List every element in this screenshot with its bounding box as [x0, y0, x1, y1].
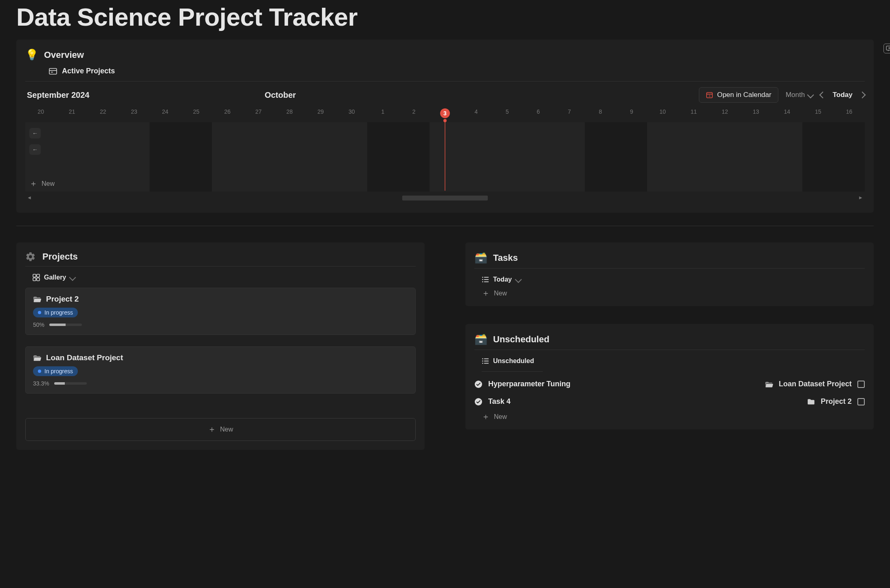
- project-name: Loan Dataset Project: [46, 353, 123, 362]
- month-right-label: October: [264, 90, 296, 100]
- projects-section: Projects Gallery Project 2In progress50%…: [16, 242, 425, 450]
- status-dot-icon: [38, 311, 41, 314]
- svg-text:3: 3: [708, 94, 710, 98]
- tasks-new-button[interactable]: ＋ New: [482, 290, 865, 297]
- svg-point-13: [482, 279, 483, 280]
- timeline-column: [399, 122, 430, 192]
- task-project: Project 2: [821, 397, 852, 406]
- projects-view-label: Gallery: [44, 274, 66, 281]
- overview-panel: 💡 Overview Active Projects September 202…: [16, 40, 874, 213]
- tasks-new-label: New: [494, 290, 507, 297]
- scroll-left-icon[interactable]: ◄: [27, 195, 32, 200]
- timeline-new-button[interactable]: ＋ New: [29, 180, 55, 187]
- day-header-cell: 5: [491, 107, 522, 120]
- timeline-item-offscreen-1[interactable]: ←: [29, 128, 41, 139]
- day-header-cell: 6: [523, 107, 554, 120]
- timeline-item-offscreen-2[interactable]: ←: [29, 144, 41, 155]
- next-button[interactable]: [860, 92, 865, 97]
- timeline-column: [119, 122, 150, 192]
- svg-rect-8: [37, 274, 40, 277]
- task-name: Task 4: [488, 397, 511, 406]
- day-header-cell: 24: [150, 107, 181, 120]
- day-header-cell: 4: [460, 107, 491, 120]
- checkbox[interactable]: [857, 381, 865, 388]
- timeline-column: [647, 122, 678, 192]
- timeline-column: [336, 122, 367, 192]
- active-projects-tab[interactable]: Active Projects: [49, 67, 865, 75]
- timeline-column: [709, 122, 740, 192]
- list-icon: [482, 358, 489, 364]
- day-header-cell: 23: [119, 107, 150, 120]
- timeline-column: [491, 122, 522, 192]
- timeline-column: [243, 122, 274, 192]
- unscheduled-row[interactable]: Task 4Project 2: [474, 395, 865, 408]
- add-comment-button[interactable]: [883, 44, 890, 53]
- chevron-down-icon: [807, 92, 814, 99]
- unscheduled-new-button[interactable]: ＋ New: [482, 413, 865, 421]
- tasks-view-select[interactable]: Today: [482, 276, 865, 283]
- range-select[interactable]: Month: [786, 91, 813, 99]
- scroll-thumb[interactable]: [402, 196, 488, 200]
- unscheduled-view-select[interactable]: Unscheduled: [482, 357, 865, 365]
- day-header-cell: 15: [802, 107, 833, 120]
- folder-open-icon: [765, 381, 773, 388]
- day-header-cell: 27: [243, 107, 274, 120]
- svg-rect-1: [49, 68, 57, 74]
- active-projects-label: Active Projects: [62, 67, 115, 75]
- projects-new-label: New: [220, 426, 233, 433]
- status-dot-icon: [38, 370, 41, 373]
- today-marker: 3: [440, 108, 450, 118]
- unscheduled-view-label: Unscheduled: [493, 357, 534, 365]
- tasks-view-label: Today: [493, 276, 512, 283]
- card-box-icon: 🗃️: [474, 333, 487, 346]
- today-button[interactable]: Today: [833, 91, 853, 99]
- timeline-column: [274, 122, 305, 192]
- svg-point-15: [482, 281, 483, 282]
- days-header: 2021222324252627282930123456789101112131…: [25, 107, 865, 120]
- chevron-down-icon: [515, 276, 522, 283]
- project-card[interactable]: Loan Dataset ProjectIn progress33.3%: [25, 346, 416, 394]
- day-header-cell: 30: [336, 107, 367, 120]
- unscheduled-row[interactable]: Hyperparameter TuningLoan Dataset Projec…: [474, 377, 865, 391]
- projects-view-select[interactable]: Gallery: [33, 274, 416, 281]
- timeline-column: [678, 122, 709, 192]
- page-title: Data Science Project Tracker: [16, 2, 874, 31]
- timeline-new-label: New: [42, 180, 55, 187]
- project-card[interactable]: Project 2In progress50%: [25, 288, 416, 335]
- day-header-cell: 9: [616, 107, 647, 120]
- month-left-label: September 2024: [27, 90, 89, 100]
- day-header-cell: 11: [678, 107, 709, 120]
- timeline-column: [88, 122, 119, 192]
- scroll-right-icon[interactable]: ►: [858, 195, 863, 200]
- checkbox[interactable]: [857, 398, 865, 405]
- svg-point-19: [482, 361, 483, 362]
- timeline-column: [305, 122, 336, 192]
- unscheduled-section: 🗃️ Unscheduled Unscheduled Hyperparamete…: [465, 324, 874, 429]
- status-label: In progress: [44, 309, 73, 316]
- day-header-cell: 7: [554, 107, 585, 120]
- prev-button[interactable]: [820, 92, 825, 97]
- projects-new-button[interactable]: ＋ New: [25, 418, 416, 441]
- projects-title: Projects: [42, 251, 78, 262]
- timeline-column: [802, 122, 833, 192]
- day-header-cell: 28: [274, 107, 305, 120]
- timeline-column: [367, 122, 398, 192]
- open-in-calendar-label: Open in Calendar: [717, 91, 771, 99]
- timeline-column: [181, 122, 211, 192]
- timeline-scrollbar[interactable]: ◄ ►: [25, 194, 865, 203]
- timeline-column: [740, 122, 771, 192]
- timeline-column: [150, 122, 181, 192]
- chevron-down-icon: [69, 274, 76, 281]
- day-header-cell: 10: [647, 107, 678, 120]
- chevron-left-icon: [820, 92, 826, 99]
- unscheduled-new-label: New: [494, 413, 507, 421]
- timeline-column: [56, 122, 87, 192]
- day-header-cell: 12: [709, 107, 740, 120]
- progress-label: 50%: [33, 322, 44, 328]
- status-badge: In progress: [33, 308, 78, 317]
- list-icon: [482, 276, 489, 283]
- folder-icon: [807, 399, 815, 405]
- day-header-cell: 29: [305, 107, 336, 120]
- open-in-calendar-button[interactable]: 3 Open in Calendar: [699, 87, 778, 103]
- timeline-grid[interactable]: ←← ＋ New: [25, 122, 865, 192]
